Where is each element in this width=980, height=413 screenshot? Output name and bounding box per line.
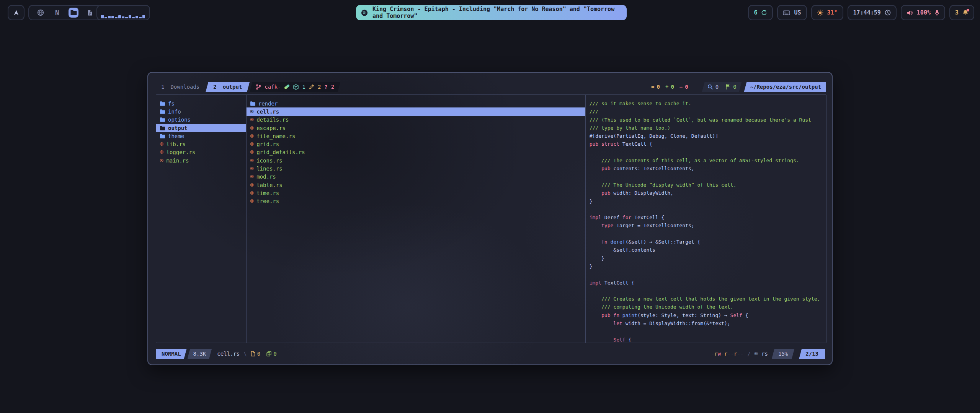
file-name: render (258, 101, 278, 107)
separator: \ (243, 351, 247, 357)
folder-icon (160, 126, 165, 130)
rust-file-icon: ® (250, 166, 253, 171)
file-manager-icon[interactable] (69, 8, 78, 18)
code-line: /// The contents of this cell, as a vect… (590, 156, 826, 164)
tray-keyboard-layout[interactable]: US (777, 5, 807, 20)
app-launcher-button[interactable] (8, 5, 24, 20)
list-item[interactable]: ®logger.rs (156, 148, 246, 156)
rust-file-icon: ® (250, 190, 253, 196)
current-path[interactable]: ~/Repos/eza/src/output (744, 82, 826, 92)
list-item[interactable]: ®main.rs (156, 156, 246, 164)
file-name: info (168, 109, 181, 115)
track-title: King Crimson - Epitaph - Including "Marc… (372, 6, 622, 20)
slash-separator: / (747, 351, 750, 357)
list-item[interactable]: render (247, 99, 585, 107)
rust-file-icon: ® (250, 182, 253, 188)
taskbar-apps: N (28, 5, 102, 20)
added-count: 0 (671, 84, 674, 90)
tab-output[interactable]: 2output (206, 82, 250, 92)
tray-updates[interactable]: 6 (748, 5, 773, 20)
tray-weather[interactable]: 31° (811, 5, 843, 20)
preview-pane: /// so it makes sense to cache it.//////… (586, 95, 826, 343)
file-name: time.rs (256, 190, 279, 196)
media-player-widget[interactable]: King Crimson - Epitaph - Including "Marc… (356, 5, 627, 20)
list-item[interactable]: ®tree.rs (247, 197, 585, 205)
list-item[interactable]: ®icons.rs (247, 156, 585, 164)
browser-icon[interactable] (36, 8, 46, 18)
git-untracked-count: 2 (331, 84, 334, 90)
rust-file-icon: ® (250, 141, 253, 147)
file-name: tree.rs (256, 198, 279, 204)
text-editor-icon[interactable] (85, 8, 95, 18)
list-item[interactable]: ®grid.rs (247, 140, 585, 148)
flag-icon (725, 84, 730, 89)
code-line (590, 270, 826, 278)
file-name: main.rs (166, 158, 189, 164)
filetype-label: rs (761, 351, 768, 357)
code-line (590, 148, 826, 156)
file-name: logger.rs (166, 149, 195, 155)
code-line: /// Creates a new text cell that holds t… (590, 295, 826, 303)
visualizer-bar (105, 17, 107, 18)
code-line: /// The Unicode “display width” of this … (590, 181, 826, 189)
launcher-arrow-icon (13, 10, 20, 16)
file-name: lib.rs (166, 141, 186, 147)
folder-icon (250, 101, 255, 106)
list-item[interactable]: output (156, 124, 246, 132)
list-item[interactable]: theme (156, 132, 246, 140)
list-item[interactable]: ®grid_details.rs (247, 148, 585, 156)
yazi-header: 1Downloads2output cafk- 1 2 ? 2 = 0 + (155, 82, 826, 92)
rust-file-icon: ® (250, 125, 253, 131)
list-item[interactable]: ®time.rs (247, 189, 585, 197)
code-line: Self { (590, 336, 826, 343)
file-name: file_name.rs (256, 133, 295, 139)
folder-icon (160, 117, 165, 122)
list-item[interactable]: ®mod.rs (247, 173, 585, 181)
list-item[interactable]: ®lines.rs (247, 164, 585, 172)
visualizer-bar (108, 16, 111, 18)
list-item[interactable]: ®table.rs (247, 181, 585, 189)
file-badge-icon (251, 351, 255, 356)
plus-icon: + (665, 84, 668, 90)
code-line: } (590, 262, 826, 270)
scroll-percent: 15% (772, 349, 794, 359)
tray-audio[interactable]: 100% (901, 5, 945, 20)
rust-file-icon: ® (250, 198, 253, 204)
rust-file-icon: ® (250, 174, 253, 179)
header-right: = 0 + 0 − 0 0 0 (651, 82, 826, 92)
file-permissions: -rw-r--r-- (711, 351, 743, 357)
code-line: let width = DisplayWidth::from(&*text); (590, 319, 826, 327)
question-icon: ? (324, 84, 327, 90)
list-item[interactable]: ®escape.rs (247, 124, 585, 132)
code-line: impl TextCell { (590, 279, 826, 287)
tray-notifications[interactable]: 3 (949, 5, 974, 20)
visualizer-bar (122, 16, 124, 18)
list-item[interactable]: ®cell.rs (247, 107, 585, 115)
code-line: type Target = TextCellContents; (590, 221, 826, 229)
visualizer-bar (136, 16, 138, 18)
list-item[interactable]: ®file_name.rs (247, 132, 585, 140)
list-item[interactable]: ®lib.rs (156, 140, 246, 148)
file-name: fs (168, 101, 175, 107)
visualizer-bar (142, 15, 145, 18)
testtube-icon (284, 84, 290, 89)
rust-file-icon: ® (250, 158, 253, 163)
tray-clock[interactable]: 17:44:59 (848, 5, 897, 20)
audio-visualizer[interactable] (96, 5, 150, 20)
list-item[interactable]: info (156, 107, 246, 115)
folder-icon (160, 134, 165, 138)
list-item[interactable]: ®details.rs (247, 116, 585, 124)
code-line: pub contents: TextCellContents, (590, 164, 826, 172)
visualizer-bar (125, 17, 128, 18)
folder-icon (160, 109, 165, 114)
flag-count: 0 (733, 84, 736, 90)
neovim-icon[interactable]: N (52, 8, 62, 18)
list-item[interactable]: fs (156, 99, 246, 107)
clock-icon (885, 10, 891, 16)
rust-file-icon: ® (250, 150, 253, 155)
tab-downloads[interactable]: 1Downloads (155, 82, 206, 92)
code-line: pub width: DisplayWidth, (590, 189, 826, 197)
file-name: lines.rs (256, 166, 282, 172)
list-item[interactable]: options (156, 116, 246, 124)
rust-file-icon: ® (250, 117, 253, 122)
